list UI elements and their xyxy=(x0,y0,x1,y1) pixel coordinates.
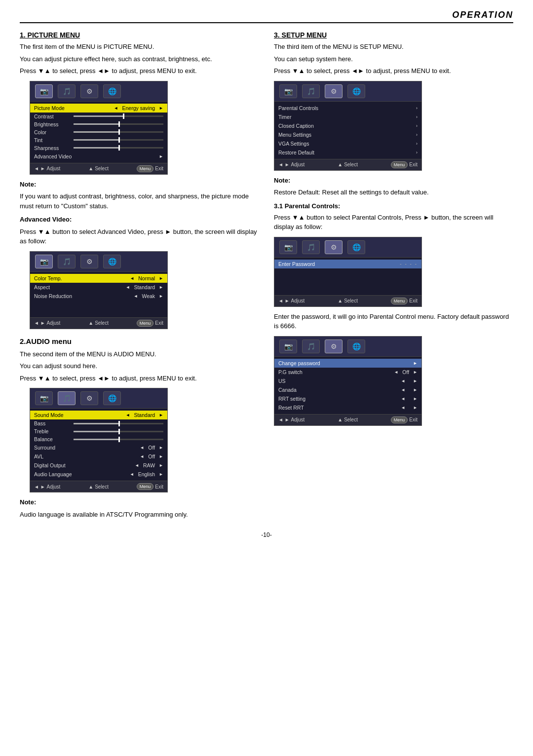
restore-default-label: Restore Default xyxy=(278,150,416,155)
adv-footer-menu-btn: Menu xyxy=(137,320,154,327)
noise-arrow-left: ◄ xyxy=(134,294,138,299)
sharpness-label: Sharpness xyxy=(34,145,74,151)
setup-menu-icons: 📷 🎵 ⚙ 🌐 xyxy=(274,81,421,102)
footer-select-label: Select xyxy=(95,166,109,171)
enter-password-row: Enter Password - - - - xyxy=(274,260,421,268)
audio-menu-content: Sound Mode ◄ Standard ► Bass Treble xyxy=(30,409,167,481)
change-password-menu-box: 📷 🎵 ⚙ 🌐 Change password ► P.G switch ◄ O… xyxy=(274,336,422,426)
parental-icon-audio: 🎵 xyxy=(302,240,320,254)
page-header: OPERATION xyxy=(20,10,513,23)
advanced-video-desc: Press ▼▲ button to select Advanced Video… xyxy=(20,227,259,246)
noise-arrow-right: ► xyxy=(159,294,163,299)
rrt-setting-arrow-left: ◄ xyxy=(401,396,405,401)
advanced-video-row: Advanced Video ► xyxy=(30,152,167,161)
parental-menu-content: Enter Password - - - - xyxy=(274,258,421,295)
parental-icon-setup: ⚙ xyxy=(325,240,343,254)
contrast-row: Contrast xyxy=(30,113,167,120)
advanced-menu-icons: 📷 🎵 ⚙ 🌐 xyxy=(30,252,167,272)
parental-footer-adjust-label: Adjust xyxy=(291,298,305,303)
section1-title: 1. PICTURE MENU xyxy=(20,31,259,39)
picture-menu-footer: ◄ ► Adjust ▲ Select Menu Exit xyxy=(30,163,167,174)
advanced-video-title: Advanced Video: xyxy=(20,215,259,225)
picture-menu-box: 📷 🎵 ⚙ 🌐 Picture Mode ◄ Energy saving ► C… xyxy=(30,81,168,175)
digital-output-row: Digital Output ◄ RAW ► xyxy=(30,461,167,470)
change-password-row: Change password ► xyxy=(274,359,421,368)
adv-footer-select: ▲ Select xyxy=(88,320,109,326)
section3-desc2: You can setup system here. xyxy=(274,54,513,64)
adv-footer-adjust: ◄ ► Adjust xyxy=(34,320,60,326)
color-row: Color xyxy=(30,128,167,136)
menu-icon-other: 🌐 xyxy=(103,84,121,98)
cp-icon-audio: 🎵 xyxy=(302,340,320,353)
audio-footer-menu-btn: Menu xyxy=(137,483,154,490)
color-temp-value: Normal xyxy=(138,275,155,281)
digital-output-label: Digital Output xyxy=(34,462,135,468)
section3-desc1: The third item of the MENU is SETUP MENU… xyxy=(274,42,513,52)
menu-settings-label: Menu Settings xyxy=(278,132,416,138)
setup-icon-setup: ⚙ xyxy=(325,84,343,98)
adv-footer-adjust-label: Adjust xyxy=(47,320,61,326)
section3-note-text: Restore Default: Reset all the settings … xyxy=(274,188,513,197)
surround-label: Surround xyxy=(34,445,140,451)
section2-desc3: Press ▼▲ to select, press ◄► to adjust, … xyxy=(20,374,259,383)
color-bar xyxy=(74,131,163,133)
surround-value: Off xyxy=(148,445,155,451)
section2-desc1: The second item of the MENU is AUDIO MEN… xyxy=(20,349,259,359)
cp-footer-select-btn: ▲ xyxy=(338,417,343,422)
section1-note-label: Note: xyxy=(20,180,259,189)
contrast-bar xyxy=(74,115,163,117)
cp-footer-adjust-label: Adjust xyxy=(291,417,305,422)
left-column: 1. PICTURE MENU The first item of the ME… xyxy=(20,31,259,522)
us-arrow-left: ◄ xyxy=(401,378,405,383)
setup-footer-adjust-label: Adjust xyxy=(291,162,305,167)
audio-icon-other: 🌐 xyxy=(103,391,121,405)
parental-controls-row: Parental Controls › xyxy=(274,104,421,113)
pg-switch-label: P.G switch xyxy=(278,369,394,375)
change-password-menu-icons: 📷 🎵 ⚙ 🌐 xyxy=(274,337,421,357)
parental-footer-adjust: ◄ ► Adjust xyxy=(278,298,305,303)
sharpness-bar xyxy=(74,147,163,149)
setup-icon-other: 🌐 xyxy=(347,84,365,98)
rrt-setting-label: RRT setting xyxy=(278,396,401,402)
section1-desc1: The first item of the MENU is PICTURE ME… xyxy=(20,42,259,52)
adv-icon-picture: 📷 xyxy=(35,255,53,268)
adv-footer-exit-label: Exit xyxy=(155,320,163,326)
setup-icon-audio: 🎵 xyxy=(302,84,320,98)
vga-settings-row: VGA Settings › xyxy=(274,139,421,148)
advanced-video-chevron: ► xyxy=(159,154,163,159)
parental-menu-box: 📷 🎵 ⚙ 🌐 Enter Password - - - - ◄ ► Adjus… xyxy=(274,237,422,307)
section3-desc3: Press ▼▲ to select, press ◄► to adjust, … xyxy=(274,66,513,76)
us-row: US ◄ ► xyxy=(274,377,421,385)
noise-row: Noise Reduction ◄ Weak ► xyxy=(30,292,167,301)
treble-label: Treble xyxy=(34,428,74,434)
canada-arrow-right: ► xyxy=(413,387,418,392)
cp-footer-exit-label: Exit xyxy=(409,417,418,422)
rrt-setting-arrow-right: ► xyxy=(413,396,418,401)
advanced-video-label: Advanced Video xyxy=(34,153,159,159)
setup-menu-content: Parental Controls › Timer › Closed Capti… xyxy=(274,102,421,159)
menu-icon-audio: 🎵 xyxy=(58,84,76,98)
parental-icon-other: 🌐 xyxy=(347,240,365,254)
audio-footer-select-btn: ▲ xyxy=(88,484,93,490)
parental-footer-menu: Menu Exit xyxy=(391,298,418,304)
footer-menu-btn: Menu xyxy=(137,165,154,172)
balance-row: Balance xyxy=(30,435,167,443)
cp-footer-select: ▲ Select xyxy=(338,417,358,422)
audio-footer-adjust: ◄ ► Adjust xyxy=(34,484,60,490)
change-password-menu-footer: ◄ ► Adjust ▲ Select Menu Exit xyxy=(274,414,421,425)
tint-row: Tint xyxy=(30,136,167,144)
parental-section-desc: Press ▼▲ button to select Parental Contr… xyxy=(274,213,513,232)
picture-menu-content: Picture Mode ◄ Energy saving ► Contrast … xyxy=(30,102,167,163)
sound-mode-arrow-right: ► xyxy=(159,413,163,417)
restore-default-row: Restore Default › xyxy=(274,148,421,157)
setup-footer-select-btn: ▲ xyxy=(338,162,343,167)
surround-row: Surround ◄ Off ► xyxy=(30,443,167,452)
footer-adjust-label: Adjust xyxy=(47,166,61,171)
parental-controls-chevron: › xyxy=(416,106,418,111)
sharpness-row: Sharpness xyxy=(30,144,167,152)
canada-arrow-left: ◄ xyxy=(401,387,405,392)
aspect-label: Aspect xyxy=(34,284,126,290)
contrast-label: Contrast xyxy=(34,113,74,119)
brightness-bar xyxy=(74,123,163,125)
cp-footer-adjust: ◄ ► Adjust xyxy=(278,417,305,422)
